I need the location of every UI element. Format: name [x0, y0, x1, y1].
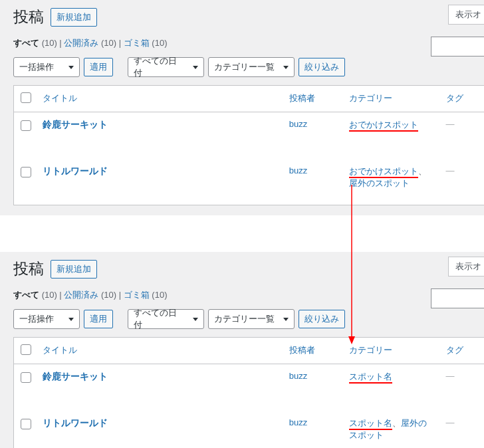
filter-trash[interactable]: ゴミ箱	[124, 38, 150, 48]
author-link[interactable]: buzz	[289, 417, 307, 427]
search-input[interactable]	[431, 288, 484, 308]
tag-empty: —	[446, 119, 455, 129]
select-all-checkbox[interactable]	[21, 92, 31, 103]
post-title-link[interactable]: リトルワールド	[43, 166, 108, 176]
posts-table: タイトル 投稿者 カテゴリー タグ 鈴鹿サーキット buzz スポット名 — リ…	[13, 337, 484, 448]
panel-gap	[0, 215, 484, 252]
col-title[interactable]: タイトル	[36, 338, 283, 364]
add-new-button[interactable]: 新規追加	[51, 260, 97, 279]
add-new-button[interactable]: 新規追加	[51, 8, 97, 27]
posts-panel-after: 表示オ 投稿 新規追加 すべて (10) | 公開済み (10) | ゴミ箱 (…	[0, 252, 484, 448]
filter-all[interactable]: すべて	[13, 290, 39, 300]
filter-button[interactable]: 絞り込み	[299, 310, 345, 328]
category-link[interactable]: おでかけスポット	[349, 166, 418, 178]
author-link[interactable]: buzz	[289, 166, 307, 175]
col-title[interactable]: タイトル	[36, 86, 283, 112]
filter-status-links: すべて (10) | 公開済み (10) | ゴミ箱 (10)	[13, 37, 484, 49]
filter-trash[interactable]: ゴミ箱	[124, 290, 150, 300]
col-tag[interactable]: タグ	[439, 338, 484, 364]
col-category[interactable]: カテゴリー	[342, 338, 439, 364]
page-title: 投稿	[13, 7, 44, 27]
row-checkbox[interactable]	[21, 372, 31, 383]
filter-status-links: すべて (10) | 公開済み (10) | ゴミ箱 (10)	[13, 289, 484, 301]
col-author[interactable]: 投稿者	[283, 86, 342, 112]
table-row: リトルワールド buzz おでかけスポット、屋外のスポット —	[14, 159, 485, 205]
row-checkbox[interactable]	[21, 120, 31, 131]
post-title-link[interactable]: 鈴鹿サーキット	[43, 371, 108, 382]
author-link[interactable]: buzz	[289, 371, 307, 381]
category-link[interactable]: スポット名	[349, 372, 392, 384]
screen-options-button[interactable]: 表示オ	[448, 257, 484, 277]
search-input[interactable]	[431, 37, 484, 56]
tag-empty: —	[446, 166, 455, 175]
table-row: 鈴鹿サーキット buzz スポット名 —	[14, 364, 485, 411]
author-link[interactable]: buzz	[289, 119, 307, 129]
bulk-action-select[interactable]: 一括操作	[13, 309, 80, 329]
row-checkbox[interactable]	[21, 419, 31, 429]
col-author[interactable]: 投稿者	[283, 338, 342, 364]
table-row: 鈴鹿サーキット buzz おでかけスポット —	[14, 112, 485, 159]
date-filter-select[interactable]: すべての日付	[128, 57, 204, 77]
screen-options-button[interactable]: 表示オ	[448, 5, 484, 25]
posts-table: タイトル 投稿者 カテゴリー タグ 鈴鹿サーキット buzz おでかけスポット …	[13, 85, 484, 205]
page-title: 投稿	[13, 259, 44, 279]
table-row: リトルワールド buzz スポット名、屋外のスポット —	[14, 411, 485, 449]
col-category[interactable]: カテゴリー	[342, 86, 439, 112]
category-link[interactable]: 屋外のスポット	[349, 178, 410, 188]
category-link[interactable]: おでかけスポット	[349, 120, 418, 132]
filter-button[interactable]: 絞り込み	[299, 58, 345, 76]
category-link[interactable]: スポット名	[349, 418, 392, 430]
apply-button[interactable]: 適用	[84, 310, 113, 328]
category-filter-select[interactable]: カテゴリー一覧	[208, 57, 295, 77]
tag-empty: —	[446, 417, 455, 427]
date-filter-select[interactable]: すべての日付	[128, 309, 204, 329]
filter-published[interactable]: 公開済み	[64, 290, 98, 300]
row-checkbox[interactable]	[21, 167, 31, 177]
filter-all[interactable]: すべて	[13, 38, 39, 48]
select-all-checkbox[interactable]	[21, 344, 31, 355]
bulk-action-select[interactable]: 一括操作	[13, 57, 80, 77]
tag-empty: —	[446, 371, 455, 381]
filter-published[interactable]: 公開済み	[64, 38, 98, 48]
col-tag[interactable]: タグ	[439, 86, 484, 112]
apply-button[interactable]: 適用	[84, 58, 113, 76]
post-title-link[interactable]: リトルワールド	[43, 417, 108, 428]
post-title-link[interactable]: 鈴鹿サーキット	[43, 119, 108, 130]
category-filter-select[interactable]: カテゴリー一覧	[208, 309, 295, 329]
posts-panel-before: 表示オ 投稿 新規追加 すべて (10) | 公開済み (10) | ゴミ箱 (…	[0, 0, 484, 215]
